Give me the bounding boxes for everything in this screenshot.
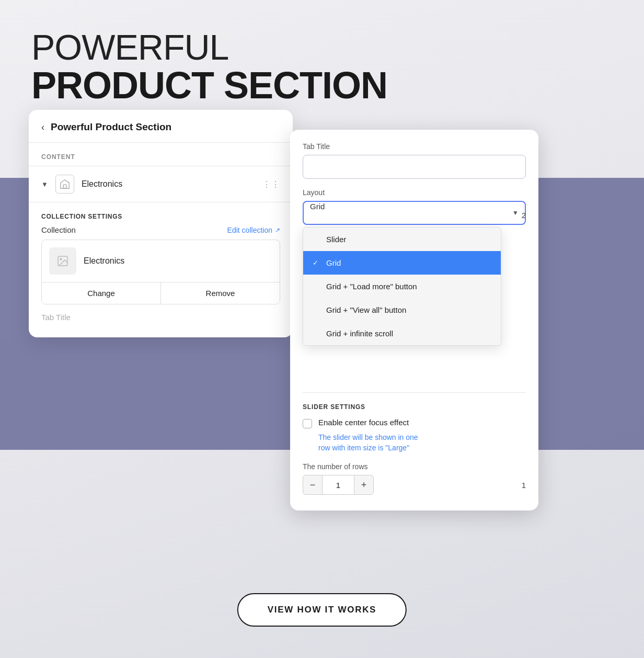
collection-text: Collection [41, 225, 76, 234]
stepper-decrease-button[interactable]: − [303, 475, 323, 495]
main-title-line1: POWERFUL [31, 29, 387, 66]
card-title: Powerful Product Section [51, 121, 171, 133]
layout-dropdown-wrapper: Grid ▼ Slider ✓ Grid Grid + "Load more" … [303, 201, 526, 225]
layout-option-grid-infinite[interactable]: Grid + infinite scroll [303, 322, 501, 345]
collection-label-row: Collection Edit collection ↗ [41, 225, 280, 234]
rows-section: The number of rows − + 1 [303, 462, 526, 495]
checkbox-hint-line1: The slider will be shown in one [318, 433, 418, 441]
layout-dropdown[interactable]: Grid [303, 201, 526, 225]
electronics-label: Electronics [82, 179, 255, 189]
tab-title-input[interactable] [303, 155, 526, 179]
drag-handle-icon[interactable]: ⋮⋮ [262, 179, 280, 189]
main-title-area: POWERFUL PRODUCT SECTION [31, 29, 387, 106]
electronics-icon [55, 175, 74, 194]
layout-option-grid-infinite-label: Grid + infinite scroll [326, 329, 393, 338]
layout-section: Layout Grid ▼ Slider ✓ Grid Grid + "Load… [303, 188, 526, 225]
enable-center-focus-checkbox[interactable] [303, 419, 312, 428]
card-header: ‹ Powerful Product Section [29, 110, 293, 143]
svg-point-2 [60, 258, 62, 260]
layout-option-grid-view-all[interactable]: Grid + "View all" button [303, 298, 501, 322]
left-card: ‹ Powerful Product Section CONTENT ▼ Ele… [29, 110, 293, 337]
rows-label: The number of rows [303, 462, 526, 471]
collection-box: Electronics Change Remove [41, 240, 280, 304]
view-button-wrapper: VIEW HOW IT WORKS [237, 593, 407, 627]
collection-name: Electronics [84, 256, 124, 266]
content-section-label: CONTENT [29, 143, 293, 166]
layout-option-slider-label: Slider [326, 235, 346, 244]
layout-field-label: Layout [303, 188, 526, 197]
collection-settings: COLLECTION SETTINGS Collection Edit coll… [29, 202, 293, 304]
check-icon-grid: ✓ [313, 259, 321, 267]
enable-center-focus-label: Enable center focus effect [318, 418, 409, 427]
layout-option-slider[interactable]: Slider [303, 228, 501, 251]
layout-option-grid-view-all-label: Grid + "View all" button [326, 305, 406, 314]
slider-settings: SLIDER SETTINGS Enable center focus effe… [303, 392, 526, 495]
collection-settings-title: COLLECTION SETTINGS [41, 213, 280, 220]
rows-stepper-input[interactable] [323, 475, 354, 495]
edit-collection-label: Edit collection [227, 226, 272, 234]
collection-actions: Change Remove [42, 282, 280, 304]
enable-center-focus-row: Enable center focus effect [303, 418, 526, 428]
remove-button[interactable]: Remove [161, 282, 280, 304]
rows-stepper-row: − + 1 [303, 475, 526, 495]
tab-title-field-label: Tab Title [303, 142, 526, 151]
layout-option-grid[interactable]: ✓ Grid [303, 251, 501, 275]
expand-arrow-icon[interactable]: ▼ [41, 180, 48, 188]
external-link-icon: ↗ [275, 226, 280, 234]
back-button[interactable]: ‹ [41, 122, 44, 133]
view-how-it-works-button[interactable]: VIEW HOW IT WORKS [237, 593, 407, 627]
slider-settings-title: SLIDER SETTINGS [303, 403, 526, 411]
right-card: Tab Title Layout Grid ▼ Slider ✓ Grid Gr… [290, 130, 538, 510]
svg-rect-0 [63, 185, 66, 188]
stepper-increase-button[interactable]: + [354, 475, 374, 495]
rows-value-display: 1 [522, 481, 526, 490]
layout-option-grid-load-more-label: Grid + "Load more" button [326, 282, 417, 291]
layout-dropdown-menu: Slider ✓ Grid Grid + "Load more" button … [303, 227, 501, 346]
collection-item-row: Electronics [42, 240, 280, 282]
tab-title-section: Tab Title [303, 142, 526, 179]
checkbox-hint-line2: row with item size is "Large" [318, 444, 409, 452]
layout-option-grid-load-more[interactable]: Grid + "Load more" button [303, 275, 501, 298]
change-button[interactable]: Change [42, 282, 161, 304]
collection-thumbnail [49, 247, 76, 275]
checkbox-hint: The slider will be shown in one row with… [318, 433, 526, 453]
main-title-line2: PRODUCT SECTION [31, 66, 387, 106]
layout-option-grid-label: Grid [326, 258, 341, 267]
edit-collection-link[interactable]: Edit collection ↗ [227, 226, 280, 234]
electronics-row: ▼ Electronics ⋮⋮ [29, 166, 293, 202]
tab-title-placeholder-label: Tab Title [29, 304, 293, 322]
rows-count-display: 2 [522, 211, 526, 220]
